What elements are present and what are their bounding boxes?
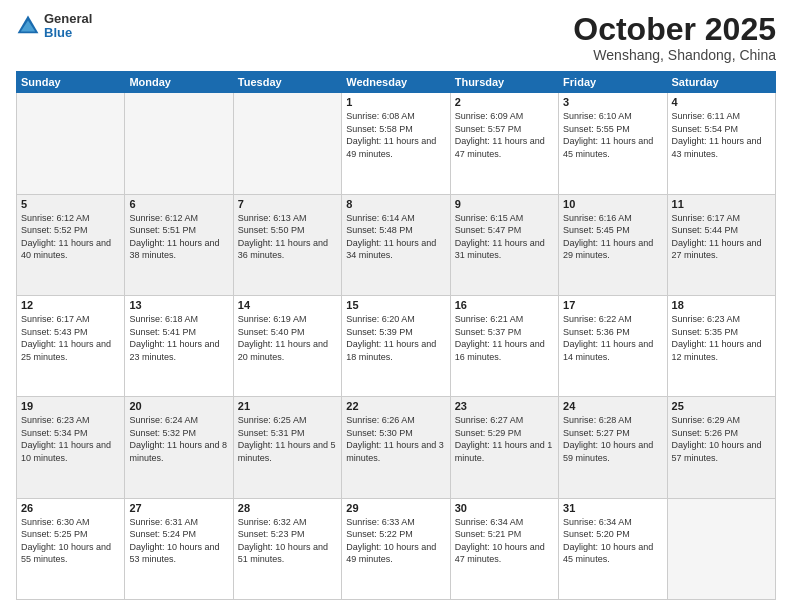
daylight-label: Daylight: 11 hours and 38 minutes. (129, 238, 219, 261)
day-number: 24 (563, 400, 662, 412)
calendar-cell: 18 Sunrise: 6:23 AM Sunset: 5:35 PM Dayl… (667, 295, 775, 396)
calendar-cell: 25 Sunrise: 6:29 AM Sunset: 5:26 PM Dayl… (667, 397, 775, 498)
sunset-label: Sunset: 5:52 PM (21, 225, 88, 235)
daylight-label: Daylight: 10 hours and 57 minutes. (672, 440, 762, 463)
weekday-header-thursday: Thursday (450, 72, 558, 93)
day-info: Sunrise: 6:11 AM Sunset: 5:54 PM Dayligh… (672, 110, 771, 160)
sunrise-label: Sunrise: 6:25 AM (238, 415, 307, 425)
calendar-week-4: 19 Sunrise: 6:23 AM Sunset: 5:34 PM Dayl… (17, 397, 776, 498)
day-info: Sunrise: 6:17 AM Sunset: 5:43 PM Dayligh… (21, 313, 120, 363)
day-info: Sunrise: 6:16 AM Sunset: 5:45 PM Dayligh… (563, 212, 662, 262)
sunrise-label: Sunrise: 6:24 AM (129, 415, 198, 425)
weekday-header-monday: Monday (125, 72, 233, 93)
calendar-cell: 11 Sunrise: 6:17 AM Sunset: 5:44 PM Dayl… (667, 194, 775, 295)
day-number: 11 (672, 198, 771, 210)
sunset-label: Sunset: 5:34 PM (21, 428, 88, 438)
sunrise-label: Sunrise: 6:23 AM (21, 415, 90, 425)
sunset-label: Sunset: 5:21 PM (455, 529, 522, 539)
calendar-table: SundayMondayTuesdayWednesdayThursdayFrid… (16, 71, 776, 600)
day-number: 20 (129, 400, 228, 412)
calendar-week-1: 1 Sunrise: 6:08 AM Sunset: 5:58 PM Dayli… (17, 93, 776, 194)
logo-icon (16, 14, 40, 38)
day-info: Sunrise: 6:23 AM Sunset: 5:35 PM Dayligh… (672, 313, 771, 363)
day-number: 27 (129, 502, 228, 514)
day-number: 13 (129, 299, 228, 311)
calendar-cell: 10 Sunrise: 6:16 AM Sunset: 5:45 PM Dayl… (559, 194, 667, 295)
sunrise-label: Sunrise: 6:34 AM (563, 517, 632, 527)
sunrise-label: Sunrise: 6:16 AM (563, 213, 632, 223)
calendar-cell (125, 93, 233, 194)
day-info: Sunrise: 6:10 AM Sunset: 5:55 PM Dayligh… (563, 110, 662, 160)
calendar-cell: 15 Sunrise: 6:20 AM Sunset: 5:39 PM Dayl… (342, 295, 450, 396)
sunrise-label: Sunrise: 6:29 AM (672, 415, 741, 425)
calendar-cell: 27 Sunrise: 6:31 AM Sunset: 5:24 PM Dayl… (125, 498, 233, 599)
day-info: Sunrise: 6:23 AM Sunset: 5:34 PM Dayligh… (21, 414, 120, 464)
sunset-label: Sunset: 5:40 PM (238, 327, 305, 337)
calendar-cell: 8 Sunrise: 6:14 AM Sunset: 5:48 PM Dayli… (342, 194, 450, 295)
sunset-label: Sunset: 5:26 PM (672, 428, 739, 438)
daylight-label: Daylight: 11 hours and 25 minutes. (21, 339, 111, 362)
daylight-label: Daylight: 11 hours and 5 minutes. (238, 440, 336, 463)
day-info: Sunrise: 6:34 AM Sunset: 5:21 PM Dayligh… (455, 516, 554, 566)
daylight-label: Daylight: 11 hours and 3 minutes. (346, 440, 444, 463)
day-number: 28 (238, 502, 337, 514)
calendar-cell (233, 93, 341, 194)
day-info: Sunrise: 6:24 AM Sunset: 5:32 PM Dayligh… (129, 414, 228, 464)
header: General Blue October 2025 Wenshang, Shan… (16, 12, 776, 63)
day-info: Sunrise: 6:25 AM Sunset: 5:31 PM Dayligh… (238, 414, 337, 464)
day-number: 31 (563, 502, 662, 514)
daylight-label: Daylight: 11 hours and 12 minutes. (672, 339, 762, 362)
day-number: 14 (238, 299, 337, 311)
sunrise-label: Sunrise: 6:30 AM (21, 517, 90, 527)
day-number: 12 (21, 299, 120, 311)
daylight-label: Daylight: 11 hours and 14 minutes. (563, 339, 653, 362)
sunrise-label: Sunrise: 6:10 AM (563, 111, 632, 121)
calendar-week-5: 26 Sunrise: 6:30 AM Sunset: 5:25 PM Dayl… (17, 498, 776, 599)
daylight-label: Daylight: 11 hours and 47 minutes. (455, 136, 545, 159)
daylight-label: Daylight: 10 hours and 51 minutes. (238, 542, 328, 565)
sunset-label: Sunset: 5:43 PM (21, 327, 88, 337)
sunset-label: Sunset: 5:32 PM (129, 428, 196, 438)
day-number: 18 (672, 299, 771, 311)
daylight-label: Daylight: 11 hours and 31 minutes. (455, 238, 545, 261)
sunrise-label: Sunrise: 6:19 AM (238, 314, 307, 324)
calendar-cell: 2 Sunrise: 6:09 AM Sunset: 5:57 PM Dayli… (450, 93, 558, 194)
sunrise-label: Sunrise: 6:28 AM (563, 415, 632, 425)
sunrise-label: Sunrise: 6:34 AM (455, 517, 524, 527)
sunrise-label: Sunrise: 6:12 AM (21, 213, 90, 223)
sunset-label: Sunset: 5:39 PM (346, 327, 413, 337)
location-subtitle: Wenshang, Shandong, China (573, 47, 776, 63)
sunrise-label: Sunrise: 6:33 AM (346, 517, 415, 527)
calendar-cell: 16 Sunrise: 6:21 AM Sunset: 5:37 PM Dayl… (450, 295, 558, 396)
daylight-label: Daylight: 11 hours and 8 minutes. (129, 440, 227, 463)
sunset-label: Sunset: 5:37 PM (455, 327, 522, 337)
day-info: Sunrise: 6:08 AM Sunset: 5:58 PM Dayligh… (346, 110, 445, 160)
day-number: 15 (346, 299, 445, 311)
sunrise-label: Sunrise: 6:27 AM (455, 415, 524, 425)
sunset-label: Sunset: 5:24 PM (129, 529, 196, 539)
sunrise-label: Sunrise: 6:22 AM (563, 314, 632, 324)
sunrise-label: Sunrise: 6:32 AM (238, 517, 307, 527)
sunset-label: Sunset: 5:27 PM (563, 428, 630, 438)
day-number: 3 (563, 96, 662, 108)
calendar-cell: 28 Sunrise: 6:32 AM Sunset: 5:23 PM Dayl… (233, 498, 341, 599)
daylight-label: Daylight: 11 hours and 40 minutes. (21, 238, 111, 261)
day-number: 16 (455, 299, 554, 311)
day-number: 1 (346, 96, 445, 108)
calendar-cell: 12 Sunrise: 6:17 AM Sunset: 5:43 PM Dayl… (17, 295, 125, 396)
day-number: 4 (672, 96, 771, 108)
day-number: 9 (455, 198, 554, 210)
calendar-week-3: 12 Sunrise: 6:17 AM Sunset: 5:43 PM Dayl… (17, 295, 776, 396)
day-info: Sunrise: 6:14 AM Sunset: 5:48 PM Dayligh… (346, 212, 445, 262)
calendar-cell: 9 Sunrise: 6:15 AM Sunset: 5:47 PM Dayli… (450, 194, 558, 295)
sunrise-label: Sunrise: 6:26 AM (346, 415, 415, 425)
day-info: Sunrise: 6:28 AM Sunset: 5:27 PM Dayligh… (563, 414, 662, 464)
day-info: Sunrise: 6:12 AM Sunset: 5:52 PM Dayligh… (21, 212, 120, 262)
sunset-label: Sunset: 5:22 PM (346, 529, 413, 539)
calendar-cell (667, 498, 775, 599)
calendar-cell: 24 Sunrise: 6:28 AM Sunset: 5:27 PM Dayl… (559, 397, 667, 498)
day-info: Sunrise: 6:20 AM Sunset: 5:39 PM Dayligh… (346, 313, 445, 363)
day-info: Sunrise: 6:34 AM Sunset: 5:20 PM Dayligh… (563, 516, 662, 566)
calendar-cell: 21 Sunrise: 6:25 AM Sunset: 5:31 PM Dayl… (233, 397, 341, 498)
day-number: 6 (129, 198, 228, 210)
